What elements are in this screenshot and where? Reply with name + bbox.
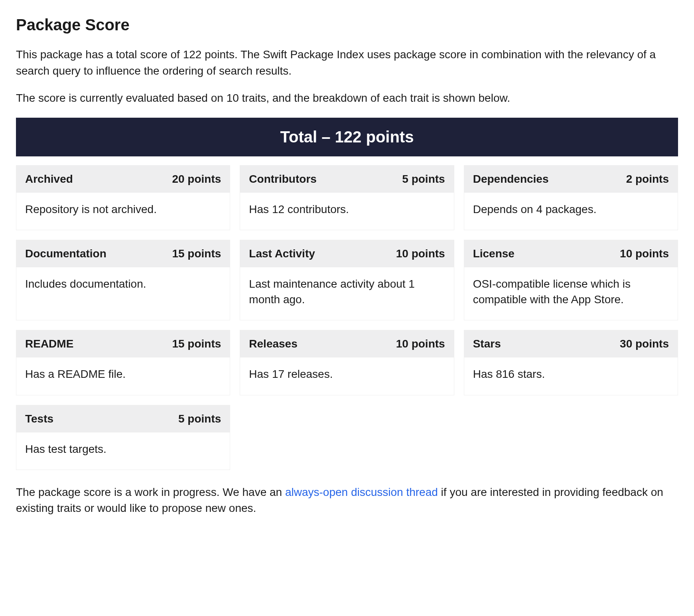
trait-header: Releases10 points	[240, 330, 453, 357]
trait-header: Stars30 points	[464, 330, 678, 357]
trait-points: 15 points	[172, 247, 221, 260]
trait-title: Last Activity	[249, 247, 315, 260]
trait-points: 10 points	[396, 338, 445, 350]
trait-body: Depends on 4 packages.	[464, 193, 678, 230]
footer-note: The package score is a work in progress.…	[16, 484, 678, 517]
trait-header: Documentation15 points	[16, 240, 230, 267]
trait-card: Documentation15 pointsIncludes documenta…	[16, 240, 230, 320]
trait-title: Tests	[25, 413, 53, 425]
trait-card: Tests5 pointsHas test targets.	[16, 405, 230, 470]
trait-card: Last Activity10 pointsLast maintenance a…	[240, 240, 454, 320]
total-score-banner: Total – 122 points	[16, 118, 678, 156]
trait-body: Last maintenance activity about 1 month …	[240, 267, 453, 320]
trait-body: Has test targets.	[16, 432, 230, 470]
trait-title: Contributors	[249, 173, 317, 186]
trait-points: 15 points	[172, 338, 221, 350]
trait-header: Contributors5 points	[240, 166, 453, 193]
trait-title: License	[473, 247, 515, 260]
discussion-thread-link[interactable]: always-open discussion thread	[285, 486, 438, 498]
trait-points: 30 points	[620, 338, 669, 350]
trait-header: Dependencies2 points	[464, 166, 678, 193]
trait-body: Has 12 contributors.	[240, 193, 453, 230]
trait-title: Archived	[25, 173, 73, 186]
trait-body: Repository is not archived.	[16, 193, 230, 230]
trait-body: Has 816 stars.	[464, 357, 678, 395]
footer-prefix: The package score is a work in progress.…	[16, 486, 285, 498]
trait-card: Contributors5 pointsHas 12 contributors.	[240, 165, 454, 230]
trait-points: 2 points	[626, 173, 669, 186]
trait-points: 5 points	[178, 413, 221, 425]
trait-title: README	[25, 338, 73, 350]
trait-title: Stars	[473, 338, 501, 350]
trait-title: Documentation	[25, 247, 106, 260]
trait-header: Archived20 points	[16, 166, 230, 193]
trait-points: 20 points	[172, 173, 221, 186]
traits-grid: Archived20 pointsRepository is not archi…	[16, 165, 678, 470]
trait-body: Includes documentation.	[16, 267, 230, 320]
trait-card: Releases10 pointsHas 17 releases.	[240, 330, 454, 395]
trait-card: Dependencies2 pointsDepends on 4 package…	[464, 165, 678, 230]
trait-body: Has a README file.	[16, 357, 230, 395]
trait-card: License10 pointsOSI-compatible license w…	[464, 240, 678, 320]
trait-header: README15 points	[16, 330, 230, 357]
trait-points: 5 points	[402, 173, 445, 186]
trait-header: Tests5 points	[16, 405, 230, 432]
trait-header: Last Activity10 points	[240, 240, 453, 267]
trait-card: README15 pointsHas a README file.	[16, 330, 230, 395]
trait-title: Dependencies	[473, 173, 549, 186]
trait-points: 10 points	[620, 247, 669, 260]
trait-title: Releases	[249, 338, 297, 350]
page-title: Package Score	[16, 16, 678, 34]
trait-body: Has 17 releases.	[240, 357, 453, 395]
trait-card: Stars30 pointsHas 816 stars.	[464, 330, 678, 395]
intro-paragraph-1: This package has a total score of 122 po…	[16, 47, 678, 79]
trait-body: OSI-compatible license which is compatib…	[464, 267, 678, 320]
trait-points: 10 points	[396, 247, 445, 260]
trait-card: Archived20 pointsRepository is not archi…	[16, 165, 230, 230]
intro-paragraph-2: The score is currently evaluated based o…	[16, 90, 678, 107]
trait-header: License10 points	[464, 240, 678, 267]
